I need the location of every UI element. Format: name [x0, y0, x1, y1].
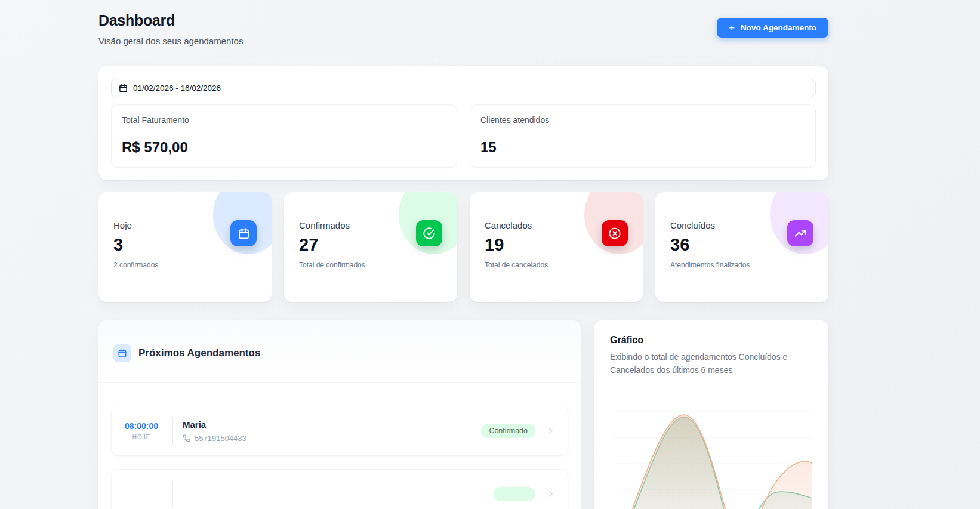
status-badge: Confirmado [481, 424, 535, 438]
plus-icon: + [729, 23, 735, 33]
appointment-time: 08:00:00 [120, 421, 163, 431]
header-titles: Dashboard Visão geral dos seus agendamen… [98, 12, 243, 46]
new-appointment-label: Novo Agendamento [741, 23, 816, 32]
calendar-icon [230, 220, 257, 246]
total-revenue-label: Total Faturamento [122, 115, 446, 125]
dashboard-page: Dashboard Visão geral dos seus agendamen… [0, 0, 980, 509]
divider [172, 418, 173, 444]
stat-card-cancelados: Cancelados 19 Total de cancelados [470, 192, 643, 302]
appointment-time-col: 08:00:00 HOJE [120, 421, 163, 440]
calendar-icon [113, 344, 131, 362]
clients-served-label: Clientes atendidos [480, 115, 805, 125]
new-appointment-button[interactable]: + Novo Agendamento [717, 18, 828, 38]
stat-subtitle: 2 confirmados [113, 261, 257, 269]
page-header: Dashboard Visão geral dos seus agendamen… [98, 12, 828, 46]
appointment-time-col [120, 493, 163, 496]
appointment-row[interactable] [111, 469, 568, 509]
stat-subtitle: Atendimentos finalizados [670, 261, 813, 269]
stat-subtitle: Total de cancelados [485, 261, 628, 269]
chevron-right-icon[interactable] [546, 489, 556, 499]
page-subtitle: Visão geral dos seus agendamentos [98, 36, 243, 46]
date-range-picker[interactable]: 01/02/2026 - 16/02/2026 [111, 79, 816, 97]
stat-card-confirmados: Confirmados 27 Total de confirmados [284, 192, 457, 302]
overview-row: Total Faturamento R$ 570,00 Clientes ate… [111, 104, 816, 168]
bottom-row: Próximos Agendamentos 08:00:00 HOJE Mari… [98, 320, 828, 509]
trending-up-icon [787, 220, 813, 246]
client-phone: 557191504433 [195, 434, 246, 443]
chart-card: Gráfico Exibindo o total de agendamentos… [594, 320, 828, 509]
upcoming-appointments-card: Próximos Agendamentos 08:00:00 HOJE Mari… [98, 320, 581, 509]
x-circle-icon [602, 220, 628, 246]
client-phone-row: 557191504433 [183, 434, 481, 443]
appointments-header: Próximos Agendamentos [98, 320, 581, 383]
appointment-row[interactable]: 08:00:00 HOJE Maria 557191504433 Confirm… [111, 406, 568, 456]
status-badge [494, 487, 535, 501]
clients-served-card: Clientes atendidos 15 [470, 104, 816, 168]
stat-card-hoje: Hoje 3 2 confirmados [98, 192, 272, 302]
phone-icon [183, 434, 190, 442]
stat-card-concluidos: Concluídos 36 Atendimentos finalizados [655, 192, 828, 302]
check-circle-icon [416, 220, 442, 246]
overview-card: 01/02/2026 - 16/02/2026 Total Faturament… [98, 66, 828, 180]
appointment-day: HOJE [120, 434, 163, 440]
area-chart [610, 391, 812, 509]
client-name: Maria [183, 419, 481, 430]
stats-row: Hoje 3 2 confirmados Confirmados 27 Tota… [98, 192, 828, 302]
appointments-title: Próximos Agendamentos [138, 347, 260, 359]
appointments-list: 08:00:00 HOJE Maria 557191504433 Confirm… [98, 383, 581, 509]
total-revenue-value: R$ 570,00 [122, 139, 446, 156]
chevron-right-icon[interactable] [546, 426, 556, 436]
page-title: Dashboard [98, 12, 243, 29]
divider [172, 481, 173, 507]
clients-served-value: 15 [480, 139, 805, 156]
date-range-value: 01/02/2026 - 16/02/2026 [133, 84, 221, 92]
calendar-icon [119, 84, 128, 92]
total-revenue-card: Total Faturamento R$ 570,00 [111, 104, 457, 168]
series-cancelados [620, 415, 812, 509]
chart-subtitle: Exibindo o total de agendamentos Concluí… [610, 351, 812, 377]
chart-title: Gráfico [610, 335, 812, 345]
appointment-main: Maria 557191504433 [183, 419, 481, 443]
stat-subtitle: Total de confirmados [299, 261, 442, 269]
